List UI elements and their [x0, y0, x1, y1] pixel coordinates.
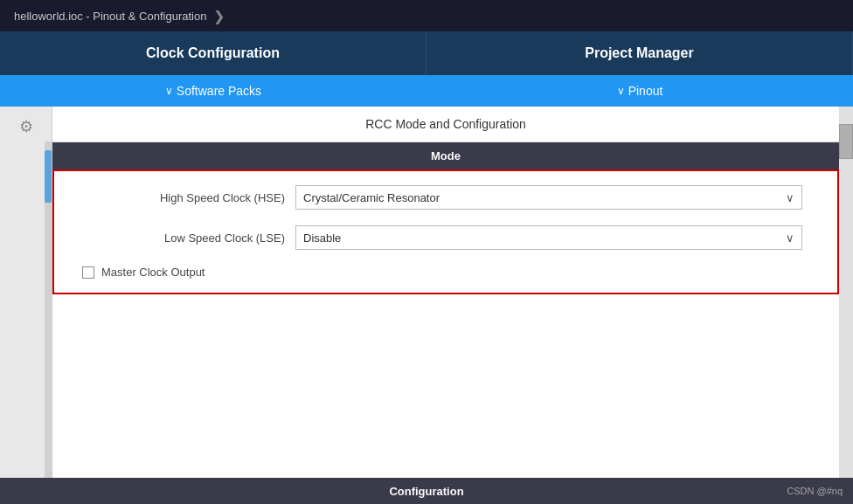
sidebar: ⚙	[0, 107, 52, 504]
panel-title: RCC Mode and Configuration	[52, 107, 839, 142]
content-panel: RCC Mode and Configuration Mode High Spe…	[52, 107, 839, 504]
tab-project-manager[interactable]: Project Manager	[426, 31, 853, 75]
high-speed-clock-row: High Speed Clock (HSE) Crystal/Ceramic R…	[68, 182, 823, 213]
low-speed-clock-dropdown-arrow: ∨	[786, 231, 794, 245]
high-speed-clock-value: Crystal/Ceramic Resonator	[303, 191, 440, 204]
pinout-arrow: ∨	[617, 85, 625, 97]
high-speed-clock-dropdown-arrow: ∨	[786, 191, 794, 204]
mode-section-title: Mode	[63, 149, 829, 162]
right-scroll-thumb[interactable]	[839, 124, 853, 159]
low-speed-clock-value: Disable	[303, 231, 341, 245]
title-bar-arrow: ❯	[213, 8, 225, 24]
title-bar: helloworld.ioc - Pinout & Configuration …	[0, 0, 853, 31]
bottom-bar-credit: CSDN @#nq	[787, 486, 843, 496]
low-speed-clock-label: Low Speed Clock (LSE)	[68, 231, 295, 245]
sidebar-scrollbar[interactable]	[45, 142, 52, 504]
high-speed-clock-label: High Speed Clock (HSE)	[68, 191, 295, 204]
title-bar-text: helloworld.ioc - Pinout & Configuration	[14, 10, 206, 23]
master-clock-label: Master Clock Output	[101, 266, 205, 279]
master-clock-row: Master Clock Output	[68, 262, 823, 282]
low-speed-clock-row: Low Speed Clock (LSE) Disable ∨	[68, 222, 823, 253]
tab-bar: Clock Configuration Project Manager	[0, 31, 853, 75]
mode-section-header: Mode	[52, 142, 839, 169]
mode-panel: High Speed Clock (HSE) Crystal/Ceramic R…	[52, 169, 839, 294]
software-packs-arrow: ∨	[165, 85, 173, 97]
right-scrollbar[interactable]	[839, 107, 853, 504]
bottom-bar: Configuration CSDN @#nq	[0, 478, 853, 504]
low-speed-clock-select[interactable]: Disable ∨	[295, 225, 802, 250]
main-content: ⚙ RCC Mode and Configuration Mode High S…	[0, 107, 853, 504]
gear-icon[interactable]: ⚙	[19, 117, 33, 136]
tab-clock-configuration[interactable]: Clock Configuration	[0, 31, 426, 75]
subnav-bar: ∨ Software Packs ∨ Pinout	[0, 75, 853, 107]
bottom-bar-label: Configuration	[389, 485, 463, 498]
empty-area	[52, 294, 839, 504]
subnav-pinout[interactable]: ∨ Pinout	[426, 75, 853, 107]
high-speed-clock-select[interactable]: Crystal/Ceramic Resonator ∨	[295, 185, 802, 210]
master-clock-checkbox[interactable]	[82, 266, 94, 279]
sidebar-scroll-thumb[interactable]	[45, 150, 52, 203]
subnav-software-packs[interactable]: ∨ Software Packs	[0, 75, 426, 107]
